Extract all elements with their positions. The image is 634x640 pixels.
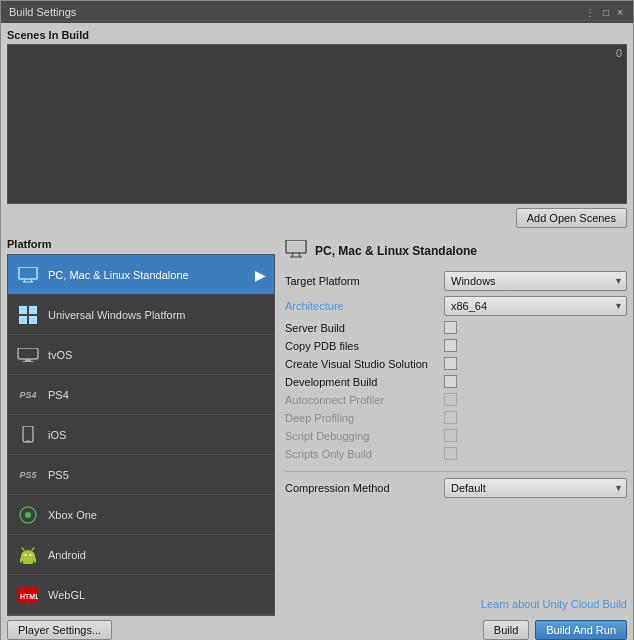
svg-rect-0 xyxy=(19,267,37,279)
platform-item-tvos[interactable]: tvOS xyxy=(8,335,274,375)
window-title: Build Settings xyxy=(9,6,76,18)
ps4-icon: PS4 xyxy=(16,383,40,407)
settings-spacer xyxy=(285,503,627,598)
platform-name-ps4: PS4 xyxy=(48,389,266,401)
svg-point-19 xyxy=(25,554,27,556)
platform-item-uwp[interactable]: Universal Windows Platform xyxy=(8,295,274,335)
label-architecture[interactable]: Architecture xyxy=(285,300,440,312)
checkbox-create-vs[interactable] xyxy=(444,357,457,370)
dropdown-compression-container: Default LZ4 LZ4HC ▼ xyxy=(444,478,627,498)
row-create-vs: Create Visual Studio Solution xyxy=(285,357,627,370)
svg-rect-4 xyxy=(19,306,27,314)
platform-name-xbox: Xbox One xyxy=(48,509,266,521)
row-server-build: Server Build xyxy=(285,321,627,334)
svg-rect-11 xyxy=(23,426,33,442)
checkbox-autoconnect-profiler xyxy=(444,393,457,406)
svg-rect-5 xyxy=(29,306,37,314)
settings-panel: PC, Mac & Linux Standalone Target Platfo… xyxy=(275,238,627,616)
platform-panel: Platform PC, Mac & Linux Standal xyxy=(7,238,275,616)
svg-rect-24 xyxy=(34,558,36,563)
build-and-run-button[interactable]: Build And Run xyxy=(535,620,627,640)
tvos-icon xyxy=(16,343,40,367)
row-autoconnect-profiler: Autoconnect Profiler xyxy=(285,393,627,406)
platform-item-ps5[interactable]: PS5 PS5 xyxy=(8,455,274,495)
platform-name-pc: PC, Mac & Linux Standalone xyxy=(48,269,247,281)
label-create-vs: Create Visual Studio Solution xyxy=(285,358,440,370)
svg-line-21 xyxy=(22,548,24,550)
platform-name-android: Android xyxy=(48,549,266,561)
title-bar-controls: ⋮ □ × xyxy=(583,7,625,18)
menu-icon[interactable]: ⋮ xyxy=(583,7,597,18)
cloud-build-link[interactable]: Learn about Unity Cloud Build xyxy=(285,598,627,610)
checkbox-server-build[interactable] xyxy=(444,321,457,334)
checkbox-dev-build[interactable] xyxy=(444,375,457,388)
label-script-debugging: Script Debugging xyxy=(285,430,440,442)
platform-item-webgl[interactable]: HTML WebGL xyxy=(8,575,274,615)
label-copy-pdb: Copy PDB files xyxy=(285,340,440,352)
windows-icon xyxy=(16,303,40,327)
checkbox-deep-profiling xyxy=(444,411,457,424)
settings-content: Target Platform Windows macOS Linux ▼ xyxy=(285,271,627,616)
label-dev-build: Development Build xyxy=(285,376,440,388)
row-target-platform: Target Platform Windows macOS Linux ▼ xyxy=(285,271,627,291)
ps5-icon: PS5 xyxy=(16,463,40,487)
platform-list: PC, Mac & Linux Standalone ▶ xyxy=(7,254,275,616)
checkbox-scripts-only xyxy=(444,447,457,460)
label-deep-profiling: Deep Profiling xyxy=(285,412,440,424)
checkbox-copy-pdb[interactable] xyxy=(444,339,457,352)
scenes-label: Scenes In Build xyxy=(7,29,627,41)
svg-point-20 xyxy=(30,554,32,556)
label-scripts-only: Scripts Only Build xyxy=(285,448,440,460)
separator xyxy=(285,471,627,472)
scenes-section: Scenes In Build 0 Add Open Scenes xyxy=(7,29,627,234)
svg-point-15 xyxy=(25,512,31,518)
platform-item-android[interactable]: Android xyxy=(8,535,274,575)
build-button[interactable]: Build xyxy=(483,620,529,640)
monitor-icon xyxy=(16,263,40,287)
settings-platform-icon xyxy=(285,240,307,261)
row-dev-build: Development Build xyxy=(285,375,627,388)
svg-rect-7 xyxy=(29,316,37,324)
checkbox-script-debugging xyxy=(444,429,457,442)
label-target-platform: Target Platform xyxy=(285,275,440,287)
title-bar-left: Build Settings xyxy=(9,6,76,18)
svg-text:HTML: HTML xyxy=(20,593,38,600)
scenes-box: 0 xyxy=(7,44,627,204)
platform-name-ios: iOS xyxy=(48,429,266,441)
svg-rect-25 xyxy=(23,560,33,564)
xbox-icon xyxy=(16,503,40,527)
svg-line-22 xyxy=(32,548,34,550)
platform-name-tvos: tvOS xyxy=(48,349,266,361)
main-area: Platform PC, Mac & Linux Standal xyxy=(7,238,627,616)
platform-item-xbox[interactable]: Xbox One xyxy=(8,495,274,535)
dropdown-architecture[interactable]: x86_64 x86 xyxy=(444,296,627,316)
svg-rect-9 xyxy=(25,359,31,361)
maximize-icon[interactable]: □ xyxy=(601,7,611,18)
row-script-debugging: Script Debugging xyxy=(285,429,627,442)
title-bar: Build Settings ⋮ □ × xyxy=(1,1,633,23)
platform-name-webgl: WebGL xyxy=(48,589,266,601)
close-icon[interactable]: × xyxy=(615,7,625,18)
svg-rect-13 xyxy=(26,426,30,427)
row-compression: Compression Method Default LZ4 LZ4HC ▼ xyxy=(285,478,627,498)
dropdown-architecture-container: x86_64 x86 ▼ xyxy=(444,296,627,316)
platform-item-ios[interactable]: iOS xyxy=(8,415,274,455)
row-deep-profiling: Deep Profiling xyxy=(285,411,627,424)
label-compression: Compression Method xyxy=(285,482,440,494)
label-autoconnect-profiler: Autoconnect Profiler xyxy=(285,394,440,406)
add-open-scenes-button[interactable]: Add Open Scenes xyxy=(516,208,627,228)
add-open-scenes-row: Add Open Scenes xyxy=(7,208,627,228)
platform-item-ps4[interactable]: PS4 PS4 xyxy=(8,375,274,415)
bottom-bar: Player Settings... Build Build And Run xyxy=(7,616,627,640)
player-settings-button[interactable]: Player Settings... xyxy=(7,620,112,640)
active-arrow: ▶ xyxy=(255,267,266,283)
dropdown-compression[interactable]: Default LZ4 LZ4HC xyxy=(444,478,627,498)
main-content: Scenes In Build 0 Add Open Scenes Platfo… xyxy=(1,23,633,640)
svg-rect-12 xyxy=(26,440,30,442)
dropdown-target-platform[interactable]: Windows macOS Linux xyxy=(444,271,627,291)
platform-item-pc[interactable]: PC, Mac & Linux Standalone ▶ xyxy=(8,255,274,295)
row-scripts-only: Scripts Only Build xyxy=(285,447,627,460)
platform-label: Platform xyxy=(7,238,275,250)
settings-title: PC, Mac & Linux Standalone xyxy=(315,244,477,258)
ios-icon xyxy=(16,423,40,447)
